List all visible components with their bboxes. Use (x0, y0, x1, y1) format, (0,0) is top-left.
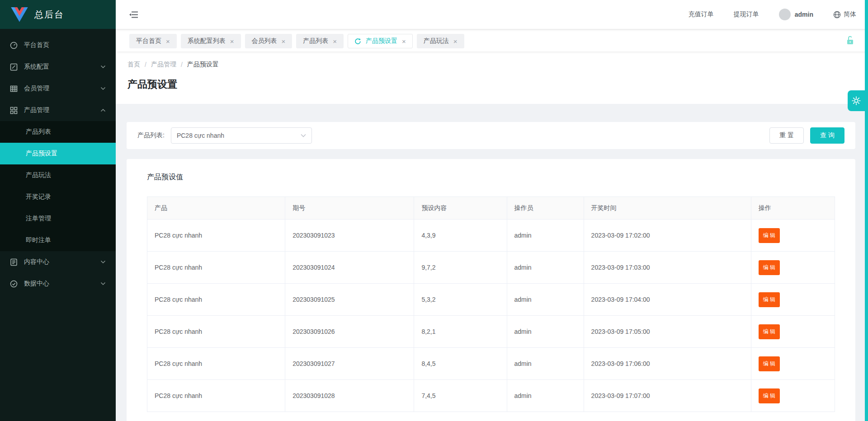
sidebar-item-内容中心[interactable]: 内容中心 (0, 251, 116, 273)
edit-button[interactable]: 编 辑 (759, 228, 780, 243)
table-cell: 4,3,9 (414, 220, 507, 252)
table-row: PC28 cực nhanh2023030910287,4,5admin2023… (147, 380, 835, 412)
table-cell: 202303091028 (285, 380, 414, 412)
unlock-icon[interactable] (845, 35, 855, 46)
table-cell: PC28 cực nhanh (147, 380, 285, 412)
table-cell: 2023-03-09 17:05:00 (584, 316, 751, 348)
reset-button[interactable]: 重 置 (769, 127, 804, 144)
filter-buttons: 重 置 查 询 (769, 127, 844, 144)
withdraw-orders-link[interactable]: 提现订单 (734, 10, 759, 19)
chevron-up-icon (100, 108, 106, 112)
edit-button[interactable]: 编 辑 (759, 292, 780, 307)
sidebar-item-label: 平台首页 (24, 41, 49, 49)
breadcrumb: 首页/产品管理/产品预设置 (127, 61, 856, 69)
table-cell: 202303091023 (285, 220, 414, 252)
sidebar-subitem-产品列表[interactable]: 产品列表 (0, 121, 116, 143)
sidebar-subitem-开奖记录[interactable]: 开奖记录 (0, 186, 116, 208)
table-row: PC28 cực nhanh2023030910268,2,1admin2023… (147, 316, 835, 348)
tab-系统配置列表[interactable]: 系统配置列表 × (181, 34, 241, 48)
settings-button[interactable] (848, 90, 865, 111)
actions-cell: 编 辑 (751, 252, 835, 284)
column-header-期号: 期号 (285, 197, 414, 220)
page-title: 产品预设置 (127, 78, 856, 91)
page-header: 首页/产品管理/产品预设置 产品预设置 (116, 51, 868, 104)
sidebar-item-系统配置[interactable]: 系统配置 (0, 56, 116, 78)
chevron-down-icon (301, 134, 306, 137)
tab-label: 系统配置列表 (188, 37, 226, 45)
sidebar-item-会员管理[interactable]: 会员管理 (0, 78, 116, 99)
close-icon[interactable]: × (453, 38, 458, 45)
actions-cell: 编 辑 (751, 348, 835, 380)
edit-button[interactable]: 编 辑 (759, 388, 780, 403)
query-button[interactable]: 查 询 (810, 127, 844, 144)
column-header-操作员: 操作员 (507, 197, 584, 220)
table-cell: admin (507, 348, 584, 380)
right-edge-stripe (865, 0, 868, 421)
table-cell: 2023-03-09 17:07:00 (584, 380, 751, 412)
sidebar-subitem-注单管理[interactable]: 注单管理 (0, 208, 116, 229)
language-switcher[interactable]: 简体 (833, 10, 856, 19)
sidebar-item-label: 会员管理 (24, 84, 49, 93)
column-header-开奖时间: 开奖时间 (584, 197, 751, 220)
check-circle-icon (10, 280, 18, 288)
sidebar-subitem-label: 产品玩法 (26, 171, 51, 179)
table-cell: 202303091024 (285, 252, 414, 284)
table-cell: PC28 cực nhanh (147, 316, 285, 348)
close-icon[interactable]: × (230, 38, 234, 45)
sidebar-subitem-产品玩法[interactable]: 产品玩法 (0, 164, 116, 186)
edit-button[interactable]: 编 辑 (759, 260, 780, 275)
app-logo[interactable]: 总后台 (0, 0, 116, 29)
recharge-orders-link[interactable]: 充值订单 (689, 10, 714, 19)
sidebar-collapse-icon[interactable] (129, 11, 138, 19)
sidebar-subitem-label: 产品预设置 (26, 150, 57, 158)
close-icon[interactable]: × (333, 38, 337, 45)
close-icon[interactable]: × (402, 38, 406, 45)
actions-cell: 编 辑 (751, 220, 835, 252)
tab-会员列表[interactable]: 会员列表 × (245, 34, 292, 48)
table-cell: 2023-03-09 17:03:00 (584, 252, 751, 284)
product-list-label: 产品列表: (137, 131, 165, 140)
apps-icon (10, 107, 18, 114)
tab-产品玩法[interactable]: 产品玩法 × (417, 34, 464, 48)
tab-label: 产品列表 (303, 37, 328, 45)
tab-平台首页[interactable]: 平台首页 × (129, 34, 177, 48)
app-logo-icon (11, 7, 28, 22)
edit-button[interactable]: 编 辑 (759, 324, 780, 339)
table-grid-icon (10, 85, 18, 93)
tab-产品列表[interactable]: 产品列表 × (296, 34, 344, 48)
edit-button[interactable]: 编 辑 (759, 356, 780, 371)
table-row: PC28 cực nhanh2023030910234,3,9admin2023… (147, 220, 835, 252)
sidebar-subitem-即时注单[interactable]: 即时注单 (0, 229, 116, 251)
product-select-value: PC28 cực nhanh (177, 132, 224, 139)
breadcrumb-item[interactable]: 产品管理 (151, 61, 176, 69)
dashboard-icon (10, 42, 18, 49)
table-cell: admin (507, 316, 584, 348)
tab-label: 会员列表 (252, 37, 277, 45)
username: admin (795, 11, 813, 18)
table-cell: 2023-03-09 17:04:00 (584, 284, 751, 316)
refresh-icon[interactable] (354, 38, 361, 45)
breadcrumb-item[interactable]: 首页 (127, 61, 140, 69)
close-icon[interactable]: × (282, 38, 286, 45)
edit-square-icon (10, 63, 18, 71)
tab-产品预设置[interactable]: 产品预设置 × (348, 34, 413, 48)
sidebar-item-产品管理[interactable]: 产品管理 (0, 99, 116, 121)
sidebar-subitem-产品预设置[interactable]: 产品预设置 (0, 143, 116, 164)
sidebar-item-label: 产品管理 (24, 106, 49, 114)
main-content: 首页/产品管理/产品预设置 产品预设置 产品列表: PC28 cực nhanh… (116, 51, 868, 421)
globe-icon (833, 11, 841, 19)
table-body: PC28 cực nhanh2023030910234,3,9admin2023… (147, 220, 835, 412)
table-cell: 9,7,2 (414, 252, 507, 284)
sidebar-item-数据中心[interactable]: 数据中心 (0, 273, 116, 295)
actions-cell: 编 辑 (751, 284, 835, 316)
tab-bar: 平台首页 × 系统配置列表 × 会员列表 × 产品列表 × 产品预设置 × 产品… (116, 29, 868, 51)
product-select[interactable]: PC28 cực nhanh (171, 127, 312, 144)
sidebar-item-平台首页[interactable]: 平台首页 (0, 34, 116, 56)
language-label: 简体 (844, 10, 856, 19)
user-menu[interactable]: admin (779, 9, 813, 20)
tab-label: 产品预设置 (366, 37, 397, 45)
sidebar-item-label: 内容中心 (24, 258, 49, 266)
actions-cell: 编 辑 (751, 316, 835, 348)
table-row: PC28 cực nhanh2023030910255,3,2admin2023… (147, 284, 835, 316)
close-icon[interactable]: × (166, 38, 170, 45)
